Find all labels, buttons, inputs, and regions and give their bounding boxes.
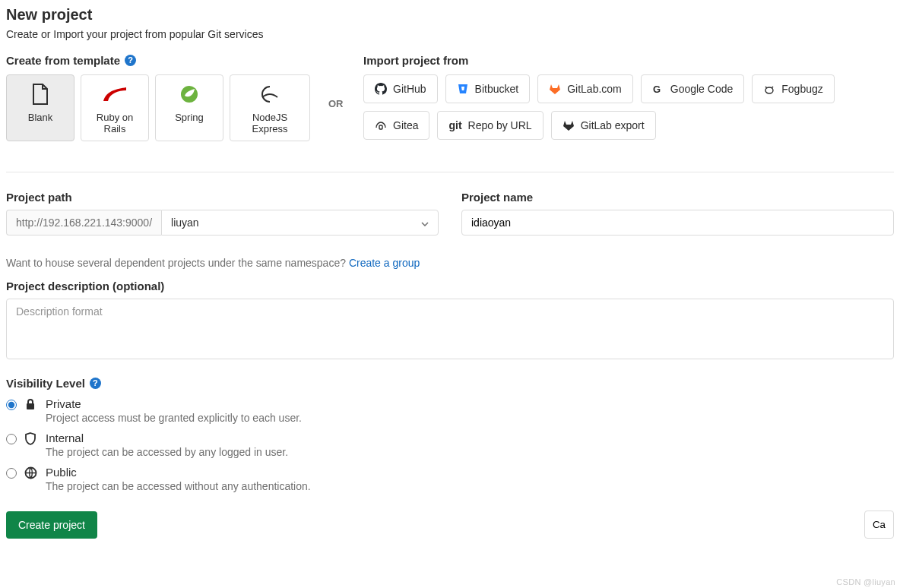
- github-icon: [375, 83, 387, 95]
- svg-line-4: [772, 87, 773, 88]
- import-label: Repo by URL: [468, 119, 532, 131]
- page-subtitle: Create or Import your project from popul…: [6, 28, 894, 40]
- or-divider: OR: [328, 98, 344, 109]
- gitea-icon: [375, 119, 387, 131]
- import-gitlab-export-button[interactable]: GitLab export: [551, 111, 656, 140]
- namespace-value: liuyan: [171, 217, 199, 229]
- bitbucket-icon: [457, 83, 469, 95]
- hint-text: Want to house several dependent projects…: [6, 257, 349, 269]
- help-icon[interactable]: ?: [90, 378, 101, 389]
- template-label: Ruby on Rails: [87, 112, 142, 134]
- visibility-private-radio[interactable]: [6, 400, 17, 410]
- template-card-rails[interactable]: Ruby on Rails: [81, 74, 149, 141]
- spring-icon: [162, 83, 217, 106]
- import-label: Fogbugz: [781, 83, 822, 95]
- description-input[interactable]: [6, 299, 894, 359]
- import-heading: Import project from: [363, 54, 894, 67]
- import-github-button[interactable]: GitHub: [363, 74, 438, 103]
- import-label: Bitbucket: [475, 83, 519, 95]
- import-label: GitLab.com: [567, 83, 622, 95]
- visibility-private-desc: Project access must be granted explicitl…: [46, 412, 302, 424]
- google-icon: G: [652, 83, 664, 95]
- create-project-button[interactable]: Create project: [6, 511, 97, 539]
- shield-icon: [24, 432, 38, 447]
- import-label: Google Code: [670, 83, 734, 95]
- import-gitea-button[interactable]: Gitea: [363, 111, 429, 140]
- page-title: New project: [6, 6, 894, 24]
- visibility-private-label: Private: [46, 397, 302, 410]
- chevron-down-icon: [421, 217, 429, 229]
- path-base-url: http://192.168.221.143:9000/: [6, 210, 161, 236]
- visibility-public-radio[interactable]: [6, 468, 17, 479]
- import-fogbugz-button[interactable]: Fogbugz: [752, 74, 834, 103]
- git-icon: git: [448, 119, 461, 131]
- template-card-spring[interactable]: Spring: [155, 74, 223, 141]
- svg-rect-5: [379, 125, 382, 129]
- import-googlecode-button[interactable]: G Google Code: [641, 74, 745, 103]
- rails-icon: [87, 83, 142, 106]
- svg-line-3: [765, 87, 767, 88]
- visibility-heading-text: Visibility Level: [6, 377, 85, 390]
- globe-icon: [24, 466, 38, 482]
- fogbugz-icon: [763, 83, 775, 95]
- project-path-label: Project path: [6, 191, 439, 204]
- gitlab-icon: [562, 119, 575, 131]
- templates-heading: Create from template ?: [6, 54, 325, 67]
- template-label: Blank: [13, 112, 68, 123]
- templates-heading-text: Create from template: [6, 54, 120, 67]
- visibility-internal-desc: The project can be accessed by any logge…: [46, 446, 288, 458]
- gitlab-icon: [549, 83, 561, 95]
- svg-rect-6: [27, 403, 34, 409]
- namespace-hint: Want to house several dependent projects…: [6, 257, 894, 269]
- import-bitbucket-button[interactable]: Bitbucket: [445, 74, 531, 103]
- cancel-button[interactable]: Ca: [864, 511, 894, 539]
- project-name-input[interactable]: [461, 210, 894, 236]
- import-gitlab-button[interactable]: GitLab.com: [537, 74, 633, 103]
- create-group-link[interactable]: Create a group: [349, 257, 420, 269]
- help-icon[interactable]: ?: [125, 55, 136, 66]
- description-label: Project description (optional): [6, 280, 894, 292]
- visibility-internal-label: Internal: [46, 432, 288, 444]
- visibility-public-label: Public: [46, 466, 311, 479]
- svg-text:G: G: [653, 84, 661, 95]
- template-card-nodejs[interactable]: NodeJS Express: [230, 74, 310, 141]
- divider-line: [6, 172, 894, 172]
- namespace-select[interactable]: liuyan: [161, 210, 439, 236]
- import-label: GitHub: [393, 83, 426, 95]
- template-label: NodeJS Express: [236, 112, 303, 134]
- import-label: Gitea: [393, 119, 418, 131]
- nodejs-icon: [236, 83, 303, 106]
- visibility-heading: Visibility Level ?: [6, 377, 894, 390]
- visibility-internal-radio[interactable]: [6, 434, 17, 444]
- template-card-blank[interactable]: Blank: [6, 74, 74, 141]
- file-icon: [13, 83, 68, 106]
- import-repo-url-button[interactable]: git Repo by URL: [437, 111, 543, 140]
- project-name-label: Project name: [461, 191, 894, 204]
- template-label: Spring: [162, 112, 217, 123]
- lock-icon: [24, 398, 38, 413]
- visibility-public-desc: The project can be accessed without any …: [46, 480, 311, 492]
- import-label: GitLab export: [581, 119, 645, 131]
